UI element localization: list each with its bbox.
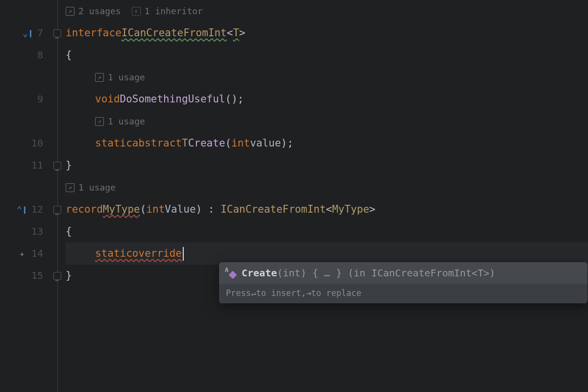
keyword: static xyxy=(95,243,132,265)
inlay-hint[interactable]: ↗ 1 usage xyxy=(66,66,588,88)
punct: > xyxy=(239,22,245,44)
code-line[interactable]: } xyxy=(66,154,588,176)
punct: < xyxy=(326,198,332,220)
autocomplete-popup[interactable]: A Create(int) { … } (in ICanCreateFromIn… xyxy=(219,262,588,303)
type-arg: MyType xyxy=(332,198,369,220)
footer-text: to insert, xyxy=(256,288,306,299)
brace: } xyxy=(66,154,72,176)
keyword: record xyxy=(66,198,103,220)
inlay-hint[interactable]: ↗ 1 usage xyxy=(66,176,588,198)
usages-count: 1 usage xyxy=(78,176,116,198)
type-ref: T xyxy=(182,132,188,154)
code-line-active[interactable]: static override xyxy=(66,243,588,265)
fold-toggle-icon[interactable] xyxy=(53,272,61,280)
line-number[interactable]: 13 xyxy=(31,220,43,243)
line-number[interactable]: 12 xyxy=(31,198,43,220)
punct: ( xyxy=(140,198,147,220)
punct: ); xyxy=(281,132,293,154)
punct: (); xyxy=(225,88,244,110)
brace: } xyxy=(66,265,72,287)
inheritors-icon: ↓ xyxy=(132,7,141,16)
code-line[interactable]: { xyxy=(66,220,588,243)
line-number[interactable]: 15 xyxy=(31,265,43,287)
inlay-hint[interactable]: ↗ 1 usage xyxy=(66,110,588,132)
fold-toggle-icon[interactable] xyxy=(53,162,61,170)
code-line[interactable]: record MyType(int Value) : ICanCreateFro… xyxy=(66,198,588,220)
brace: { xyxy=(66,44,72,66)
code-line[interactable]: { xyxy=(66,44,588,66)
usages-count: 1 usage xyxy=(108,110,145,132)
usages-icon: ↗ xyxy=(95,73,104,82)
punct: > xyxy=(369,198,376,220)
fold-toggle-icon[interactable] xyxy=(53,29,61,37)
param-type: int xyxy=(146,198,165,220)
code-area[interactable]: ↗ 2 usages ↓ 1 inheritor interface ICanC… xyxy=(66,0,588,392)
usages-count: 2 usages xyxy=(78,0,121,22)
fold-gutter xyxy=(49,0,66,392)
keyword: interface xyxy=(66,22,122,44)
keyword: static xyxy=(95,132,132,154)
line-number[interactable]: 8 xyxy=(37,44,43,66)
param-name: value xyxy=(250,132,281,154)
type-ref: ICanCreateFromInt xyxy=(220,198,326,220)
overrides-gutter-icon[interactable]: ⌃❙ xyxy=(17,198,27,220)
fold-toggle-icon[interactable] xyxy=(53,206,61,214)
line-number-gutter: ⌄❙7 8 9 10 11 ⌃❙12 13 ✦14 15 xyxy=(0,0,49,392)
usages-icon: ↗ xyxy=(66,183,74,192)
code-editor[interactable]: ⌄❙7 8 9 10 11 ⌃❙12 13 ✦14 15 ↗ 2 usages … xyxy=(0,0,588,392)
method-name: Create xyxy=(188,132,225,154)
completion-name: Create xyxy=(242,267,277,279)
usages-count: 1 usage xyxy=(108,66,145,88)
line-number[interactable]: 7 xyxy=(37,22,43,44)
type-name: MyType xyxy=(103,198,140,220)
autocomplete-item[interactable]: A Create(int) { … } (in ICanCreateFromIn… xyxy=(219,262,588,284)
punct: ) xyxy=(196,198,202,220)
type-param: T xyxy=(233,22,239,44)
usages-icon: ↗ xyxy=(95,117,104,126)
keyword: void xyxy=(95,88,120,110)
code-line[interactable]: static abstract T Create(int value); xyxy=(66,132,588,154)
autocomplete-footer: Press ↵ to insert, ⇥ to replace xyxy=(219,284,588,303)
implements-gutter-icon[interactable]: ⌄❙ xyxy=(23,22,33,44)
punct: < xyxy=(227,22,233,44)
inlay-hint[interactable]: ↗ 2 usages ↓ 1 inheritor xyxy=(66,0,588,22)
keyword: override xyxy=(132,243,182,265)
completion-origin: (in ICanCreateFromInt<T>) xyxy=(348,267,495,279)
footer-text: Press xyxy=(226,288,251,299)
param-name: Value xyxy=(165,198,196,220)
punct: ( xyxy=(225,132,232,154)
line-number[interactable]: 9 xyxy=(37,88,43,110)
code-line[interactable]: interface ICanCreateFromInt<T> xyxy=(66,22,588,44)
line-number[interactable]: 14 xyxy=(31,243,43,265)
brace: { xyxy=(66,220,72,243)
param-type: int xyxy=(231,132,250,154)
text-caret xyxy=(183,247,184,261)
usages-icon: ↗ xyxy=(66,7,74,16)
code-line[interactable]: void DoSomethingUseful(); xyxy=(66,88,588,110)
method-override-icon: A xyxy=(226,268,236,278)
footer-text: to replace xyxy=(311,288,361,299)
type-name: ICanCreateFromInt xyxy=(122,22,227,44)
method-name: DoSomethingUseful xyxy=(120,88,225,110)
keyword: abstract xyxy=(132,132,182,154)
inheritors-count: 1 inheritor xyxy=(145,0,203,22)
punct: : xyxy=(202,198,220,220)
line-number[interactable]: 11 xyxy=(31,154,43,176)
completion-signature: (int) { … } xyxy=(277,267,348,279)
intention-bulb-icon[interactable]: ✦ xyxy=(19,243,24,265)
enter-key-icon: ↵ xyxy=(251,288,256,299)
tab-key-icon: ⇥ xyxy=(306,288,311,299)
line-number[interactable]: 10 xyxy=(31,132,43,154)
